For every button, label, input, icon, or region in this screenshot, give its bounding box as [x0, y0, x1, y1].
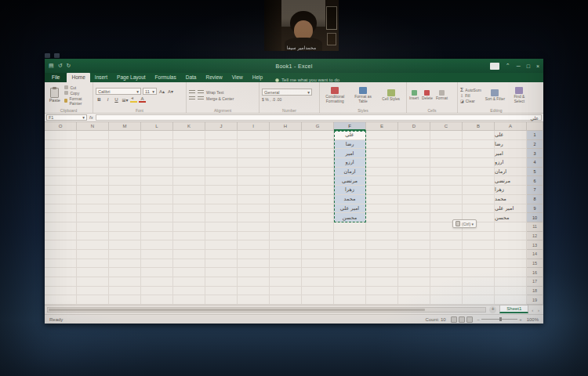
tab-help[interactable]: Help [248, 73, 267, 82]
cell-K17[interactable] [173, 277, 205, 287]
cell-A16[interactable] [495, 268, 527, 277]
cell-O7[interactable] [45, 186, 77, 195]
cell-G11[interactable] [302, 222, 334, 232]
cell-G18[interactable] [302, 287, 334, 296]
cell-B16[interactable] [463, 268, 495, 277]
cell-A1[interactable]: علي [495, 131, 527, 140]
close-button[interactable]: × [536, 63, 539, 69]
cell-L16[interactable] [141, 268, 173, 277]
cell-B2[interactable] [463, 140, 495, 150]
cell-F18[interactable] [334, 287, 366, 296]
cell-I2[interactable] [238, 140, 270, 150]
cell-B17[interactable] [463, 277, 495, 287]
cell-F8[interactable]: محمد [334, 195, 366, 204]
save-icon[interactable]: ▤ [49, 63, 54, 69]
cell-H8[interactable] [270, 195, 302, 204]
format-painter-button[interactable]: Format Painter [64, 96, 90, 106]
cell-E2[interactable] [366, 140, 398, 150]
cell-B15[interactable] [463, 259, 495, 269]
cell-K7[interactable] [173, 186, 205, 195]
cell-O8[interactable] [45, 195, 77, 204]
cell-E19[interactable] [366, 295, 398, 305]
cell-A11[interactable] [495, 222, 527, 232]
cell-O12[interactable] [45, 232, 77, 241]
cell-E16[interactable] [366, 268, 398, 277]
cell-H16[interactable] [270, 268, 302, 277]
cell-J5[interactable] [205, 168, 238, 177]
cell-J11[interactable] [205, 222, 238, 232]
cell-H2[interactable] [270, 140, 302, 150]
cell-O15[interactable] [45, 259, 77, 269]
cell-F9[interactable]: امير علي [334, 204, 366, 214]
cell-C18[interactable] [430, 287, 463, 296]
cell-N12[interactable] [77, 232, 109, 241]
cell-G19[interactable] [302, 295, 334, 305]
cell-M15[interactable] [109, 259, 141, 269]
cell-O19[interactable] [45, 295, 77, 305]
cell-D6[interactable] [398, 176, 430, 186]
cell-styles-button[interactable]: Cell Styles [378, 89, 404, 101]
cell-F16[interactable] [334, 268, 366, 277]
cell-O14[interactable] [45, 250, 77, 259]
cell-A2[interactable]: رضا [495, 140, 527, 150]
cell-D16[interactable] [398, 268, 430, 277]
cell-O16[interactable] [45, 268, 77, 277]
cell-M1[interactable] [109, 131, 141, 140]
cell-I4[interactable] [238, 158, 270, 168]
cell-L5[interactable] [141, 168, 173, 177]
cell-F6[interactable]: مرتضي [334, 176, 366, 186]
bold-button[interactable]: B [96, 97, 103, 102]
cell-J2[interactable] [205, 140, 238, 150]
cell-G1[interactable] [302, 131, 334, 140]
cell-D10[interactable] [398, 213, 430, 222]
cell-J19[interactable] [205, 295, 238, 305]
add-sheet-button[interactable]: + [489, 306, 496, 313]
cell-M11[interactable] [109, 222, 141, 232]
cell-D18[interactable] [398, 287, 430, 296]
column-header-J[interactable]: J [205, 122, 238, 131]
cell-F15[interactable] [334, 259, 366, 269]
cell-D13[interactable] [398, 240, 430, 250]
cell-G16[interactable] [302, 268, 334, 277]
fill-color-button[interactable] [130, 96, 137, 103]
row-header-11[interactable]: 11 [527, 222, 543, 232]
cell-M6[interactable] [109, 176, 141, 186]
cell-D17[interactable] [398, 277, 430, 287]
cell-I1[interactable] [238, 131, 270, 140]
cell-H7[interactable] [270, 186, 302, 195]
row-header-2[interactable]: 2 [527, 140, 543, 150]
sheet-nav-arrows[interactable]: ‹ › [532, 308, 541, 313]
font-name-select[interactable]: Calibri▾ [96, 88, 141, 95]
cell-G14[interactable] [302, 250, 334, 259]
cell-G13[interactable] [302, 240, 334, 250]
cell-N16[interactable] [77, 268, 109, 277]
cell-I13[interactable] [238, 240, 270, 250]
column-header-B[interactable]: B [463, 122, 495, 131]
cell-H15[interactable] [270, 259, 302, 269]
cell-N14[interactable] [77, 250, 109, 259]
cell-E6[interactable] [366, 176, 398, 186]
cell-I18[interactable] [238, 287, 270, 296]
cell-A8[interactable]: محمد [495, 195, 527, 204]
cell-B13[interactable] [463, 240, 495, 250]
cell-N4[interactable] [77, 158, 109, 168]
cell-B3[interactable] [463, 149, 495, 158]
zoom-in-button[interactable]: + [519, 317, 522, 322]
cell-G15[interactable] [302, 259, 334, 269]
cell-J9[interactable] [205, 204, 238, 214]
cell-B8[interactable] [463, 195, 495, 204]
fill-button[interactable]: ⇩Fill [460, 93, 481, 98]
cell-L3[interactable] [141, 149, 173, 158]
horizontal-scrollbar[interactable] [47, 307, 486, 313]
cell-O17[interactable] [45, 277, 77, 287]
cell-H6[interactable] [270, 176, 302, 186]
cell-E9[interactable] [366, 204, 398, 214]
cell-A17[interactable] [495, 277, 527, 287]
cell-J10[interactable] [205, 213, 238, 222]
zoom-out-button[interactable]: − [477, 317, 481, 322]
row-header-10[interactable]: 10 [527, 213, 543, 222]
cell-N6[interactable] [77, 176, 109, 186]
column-header-K[interactable]: K [173, 122, 205, 131]
cell-O2[interactable] [45, 140, 77, 150]
cell-N10[interactable] [77, 213, 109, 222]
